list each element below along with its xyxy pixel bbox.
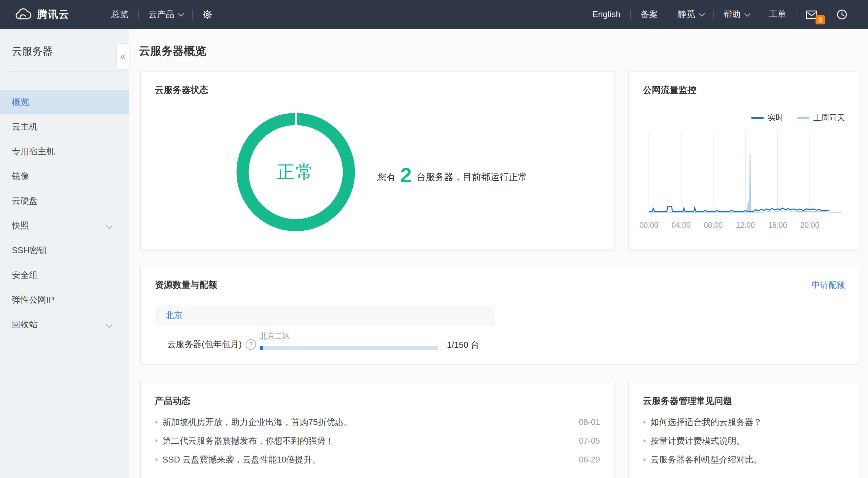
- quota-progress-bar: [260, 346, 438, 350]
- sidebar-item-2[interactable]: 专用宿主机: [0, 139, 129, 164]
- chevron-down-icon: [106, 321, 113, 328]
- apply-quota-link[interactable]: 申请配额: [812, 279, 845, 291]
- sidebar-item-0[interactable]: 概览: [0, 90, 129, 114]
- message-count-badge: 3: [815, 15, 825, 24]
- cloud-logo-icon: [15, 8, 32, 21]
- faq-item-text: 按量计费计费模式说明。: [651, 435, 745, 447]
- news-item-text: 第二代云服务器震撼发布，你想不到的强势！: [162, 435, 334, 447]
- sidebar-collapse-button[interactable]: «: [117, 43, 129, 69]
- news-item-0[interactable]: 新加坡机房开放，助力企业出海，首购75折优惠。08-01: [155, 413, 600, 432]
- sidebar-item-label: 快照: [12, 220, 29, 231]
- sidebar-item-label: 云硬盘: [12, 195, 38, 207]
- chart-series-实时: [649, 206, 829, 211]
- news-item-date: 06-29: [579, 455, 600, 465]
- news-item-text: 新加坡机房开放，助力企业出海，首购75折优惠。: [162, 416, 352, 428]
- quota-progress-fill: [260, 346, 263, 350]
- sidebar-item-label: 安全组: [12, 269, 38, 281]
- nav-user-menu[interactable]: 静觅: [668, 8, 713, 20]
- news-item-date: 07-05: [579, 436, 600, 446]
- sidebar-product-title: 云服务器: [0, 29, 129, 58]
- sidebar-divider: [8, 71, 120, 72]
- quota-row-label: 云服务器(包年包月) ?: [167, 339, 256, 350]
- faq-item-left: 云服务器各种机型介绍对比。: [643, 454, 762, 466]
- page-title: 云服务器概览: [139, 43, 206, 59]
- faq-item-text: 云服务器各种机型介绍对比。: [651, 454, 762, 466]
- legend-item-上周同天[interactable]: 上周同天: [797, 112, 845, 123]
- faq-item-2[interactable]: 云服务器各种机型介绍对比。: [643, 450, 845, 469]
- sidebar-item-6[interactable]: SSH密钥: [0, 238, 129, 263]
- nav-cloud-products[interactable]: 云产品: [138, 8, 192, 20]
- settings-gear-button[interactable]: [193, 9, 222, 20]
- bullet-dot-icon: [643, 458, 646, 461]
- status-donut-label: 正常: [230, 106, 362, 238]
- bullet-dot-icon: [155, 458, 158, 461]
- chart-x-tick-label: 12:00: [736, 221, 755, 230]
- faq-item-left: 按量计费计费模式说明。: [643, 435, 745, 447]
- status-text-prefix: 您有: [377, 171, 396, 183]
- gear-icon: [202, 9, 213, 20]
- legend-label: 实时: [768, 112, 783, 123]
- sidebar-item-label: 云主机: [12, 121, 38, 133]
- news-item-2[interactable]: SSD 云盘震撼来袭，云盘性能10倍提升。06-29: [155, 450, 600, 469]
- chart-x-tick-label: 00:00: [639, 221, 658, 230]
- faq-card-title: 云服务器管理常见问题: [643, 395, 732, 407]
- sidebar-item-5[interactable]: 快照: [0, 213, 129, 238]
- region-tab-bar: 北京: [155, 306, 495, 326]
- sidebar-item-7[interactable]: 安全组: [0, 263, 129, 287]
- chart-x-tick-label: 16:00: [768, 221, 787, 230]
- nav-help-menu[interactable]: 帮助: [714, 8, 759, 20]
- sidebar-item-9[interactable]: 回收站: [0, 312, 129, 337]
- messages-button[interactable]: 3: [796, 9, 827, 20]
- legend-line-swatch: [797, 117, 809, 119]
- sidebar-item-label: 镜像: [12, 170, 29, 182]
- faq-item-0[interactable]: 如何选择适合我的云服务器？: [643, 413, 845, 432]
- sidebar-item-label: 回收站: [12, 319, 38, 330]
- status-text-suffix: 台服务器，目前都运行正常: [416, 171, 527, 183]
- public-traffic-card: 公网流量监控 实时上周同天 00:0004:0008:0012:0016:002…: [628, 71, 860, 250]
- traffic-chart-legend: 实时上周同天: [738, 112, 845, 123]
- faq-list: 如何选择适合我的云服务器？按量计费计费模式说明。云服务器各种机型介绍对比。: [643, 413, 845, 469]
- traffic-card-title: 公网流量监控: [643, 84, 696, 96]
- server-count: 2: [400, 163, 411, 186]
- bullet-dot-icon: [643, 421, 646, 423]
- sidebar-item-4[interactable]: 云硬盘: [0, 189, 129, 213]
- nav-beian[interactable]: 备案: [631, 8, 668, 20]
- bullet-dot-icon: [643, 439, 646, 442]
- sidebar-item-8[interactable]: 弹性公网IP: [0, 287, 129, 312]
- nav-ticket[interactable]: 工单: [759, 8, 796, 20]
- news-item-text: SSD 云盘震撼来袭，云盘性能10倍提升。: [162, 454, 321, 466]
- chevron-down-icon: [699, 10, 705, 16]
- news-list: 新加坡机房开放，助力企业出海，首购75折优惠。08-01第二代云服务器震撼发布，…: [155, 413, 600, 469]
- legend-item-实时[interactable]: 实时: [751, 112, 783, 123]
- sidebar-item-label: 专用宿主机: [12, 146, 55, 157]
- nav-cloud-products-label: 云产品: [149, 8, 174, 20]
- faq-card: 云服务器管理常见问题 如何选择适合我的云服务器？按量计费计费模式说明。云服务器各…: [628, 382, 860, 478]
- sidebar: 云服务器 « 概览云主机专用宿主机镜像云硬盘快照SSH密钥安全组弹性公网IP回收…: [0, 29, 129, 478]
- sidebar-item-1[interactable]: 云主机: [0, 114, 129, 139]
- history-clock-icon: [836, 9, 847, 20]
- traffic-line-chart: 00:0004:0008:0012:0016:0020:00: [629, 72, 859, 250]
- bullet-dot-icon: [155, 439, 158, 442]
- username-label: 静觅: [678, 8, 695, 20]
- server-status-card: 云服务器状态 正常 您有 2 台服务器，目前都运行正常: [140, 71, 615, 250]
- news-card-title: 产品动态: [155, 395, 190, 407]
- help-question-icon[interactable]: ?: [246, 339, 256, 350]
- sidebar-item-label: 弹性公网IP: [12, 294, 55, 306]
- faq-item-1[interactable]: 按量计费计费模式说明。: [643, 432, 845, 450]
- quota-resource-name: 云服务器(包年包月): [167, 339, 242, 350]
- nav-overview[interactable]: 总览: [101, 8, 138, 20]
- chevron-down-icon: [744, 10, 750, 16]
- sidebar-item-label: 概览: [12, 96, 29, 108]
- sidebar-item-3[interactable]: 镜像: [0, 164, 129, 189]
- chart-x-tick-label: 20:00: [800, 221, 819, 230]
- tencent-cloud-logo[interactable]: 腾讯云: [15, 8, 70, 22]
- nav-language-english[interactable]: English: [583, 9, 630, 20]
- news-item-date: 08-01: [579, 417, 600, 427]
- chart-x-tick-label: 08:00: [704, 221, 723, 230]
- news-item-left: 第二代云服务器震撼发布，你想不到的强势！: [155, 435, 334, 447]
- resource-quota-card: 资源数量与配额 申请配额 北京 云服务器(包年包月) ? 北京二区 1/150 …: [140, 266, 860, 365]
- history-button[interactable]: [827, 9, 857, 20]
- tab-beijing[interactable]: 北京: [155, 310, 183, 321]
- news-item-left: SSD 云盘震撼来袭，云盘性能10倍提升。: [155, 454, 321, 466]
- news-item-1[interactable]: 第二代云服务器震撼发布，你想不到的强势！07-05: [155, 432, 600, 450]
